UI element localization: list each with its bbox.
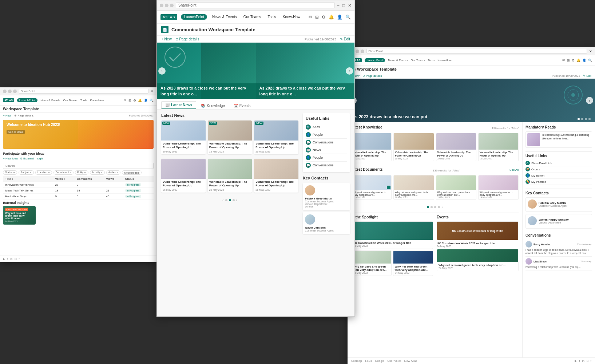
rw-nav-news[interactable]: News & Events xyxy=(388,59,408,62)
col-status[interactable]: Status xyxy=(123,176,154,182)
lw-search-icon[interactable]: 🔍 xyxy=(150,99,154,102)
lw-message-icon[interactable]: ✉ xyxy=(124,99,127,102)
rw-page-details-btn[interactable]: ⊙ Page details xyxy=(362,74,382,78)
message-icon[interactable]: ✉ xyxy=(309,15,312,20)
tab-events[interactable]: 📅 Events xyxy=(230,102,255,109)
pagination-prev[interactable]: ‹ xyxy=(222,198,223,202)
rw-know-card-3[interactable]: Vulnerable Leadership: The Power of Open… xyxy=(436,133,476,161)
filter-subject[interactable]: Subject ∨ xyxy=(19,170,34,175)
close-icon[interactable]: ✕ xyxy=(348,3,352,8)
footer-twitter-icon[interactable]: t xyxy=(7,257,8,261)
browser-url-bar[interactable]: SharePoint xyxy=(176,2,335,8)
pag-dot-2[interactable] xyxy=(229,199,231,201)
lw-nav-tools[interactable]: Tools xyxy=(80,99,87,102)
filter-activity[interactable]: Activity ∨ xyxy=(90,170,105,175)
rw-footer-tcs[interactable]: T&Cs xyxy=(365,359,372,363)
rw-pag-3[interactable] xyxy=(434,206,436,208)
col-votes[interactable]: Votes ↕ xyxy=(53,176,75,182)
rw-pag-1[interactable] xyxy=(427,206,429,208)
lw-apps-icon[interactable]: ⊞ xyxy=(128,99,131,102)
filter-location[interactable]: Location ∨ xyxy=(35,170,52,175)
lw-url-bar[interactable]: SharePoint xyxy=(19,89,148,94)
lw-new-btn[interactable]: + New xyxy=(3,114,11,117)
hero-prev-button[interactable]: ‹ xyxy=(158,67,166,75)
rw-dot-4[interactable] xyxy=(588,118,591,120)
rw-spotlight-card-1[interactable]: UK Construction Week 2021 or longer titl… xyxy=(351,221,433,249)
rw-event-card-2[interactable]: Why net zero and green tech very adoptio… xyxy=(437,249,519,271)
rw-settings-icon[interactable]: ⚙ xyxy=(572,59,575,62)
rw-spotlight-card-2[interactable]: Why net zero and green tech very adoptio… xyxy=(351,250,392,276)
footer-vimeo-icon[interactable]: ▶ xyxy=(3,257,5,261)
rw-facebook-icon[interactable]: f xyxy=(591,359,591,363)
filter-status[interactable]: Status ∨ xyxy=(3,170,17,175)
lw-close-icon[interactable]: ✕ xyxy=(151,90,154,93)
edit-button[interactable]: ✎ Edit xyxy=(340,37,350,41)
useful-link-atlas[interactable]: 🔍 Atlas xyxy=(306,123,347,131)
lw-external-insight-btn[interactable]: ⊙ External Insight xyxy=(20,157,43,160)
rw-profile-icon[interactable]: 👤 xyxy=(582,59,586,62)
news-card-6[interactable]: Vulnerable Leadership: The Power of Open… xyxy=(254,159,298,193)
news-card-1[interactable]: NEW Vulnerable Leadership: The Power of … xyxy=(161,120,206,154)
apps-icon[interactable]: ⊞ xyxy=(315,15,319,20)
rw-know-card-1[interactable]: Vulnerable Leadership: The Power of Open… xyxy=(351,133,392,161)
rw-footer-sitemap[interactable]: Sitemap xyxy=(351,359,362,363)
lw-page-details-btn[interactable]: ⊙ Page details xyxy=(14,114,33,117)
col-title[interactable]: Title ↕ xyxy=(3,176,53,182)
rw-doc-card-2[interactable]: Why net zero and green tech early adopti… xyxy=(393,175,434,200)
rw-close-icon[interactable]: ✕ xyxy=(589,50,592,53)
tab-latest-news[interactable]: 📰 Latest News xyxy=(161,101,196,109)
rw-hero-next[interactable]: › xyxy=(586,97,593,104)
news-card-5[interactable]: Vulnerable Leadership: The Power of Open… xyxy=(208,159,252,193)
rw-instagram-icon[interactable]: □ xyxy=(587,359,588,363)
rw-pag-4[interactable] xyxy=(438,206,440,208)
rw-vimeo-icon[interactable]: ▶ xyxy=(575,359,577,363)
rw-apps-icon[interactable]: ⊞ xyxy=(567,59,570,62)
filter-author[interactable]: Author ∨ xyxy=(106,170,121,175)
profile-icon[interactable]: 👤 xyxy=(337,15,342,20)
footer-instagram-icon[interactable]: □ xyxy=(15,257,16,261)
useful-link-conversations[interactable]: 💬 Conversations xyxy=(306,139,347,146)
rw-footer-uservoice[interactable]: User Voice xyxy=(387,359,401,363)
rw-docs-see-all[interactable]: See All xyxy=(509,168,519,171)
rw-linkedin-icon[interactable]: in xyxy=(582,359,584,363)
rw-link-sharepoint[interactable]: 🔗 SharePoint Link xyxy=(525,160,592,166)
lw-notif-icon[interactable]: 🔔 xyxy=(138,99,142,102)
notifications-icon[interactable]: 🔔 xyxy=(329,15,334,20)
rw-pag-next[interactable]: › xyxy=(441,205,443,209)
rw-notif-icon[interactable]: 🔔 xyxy=(576,59,580,62)
lw-settings-icon[interactable]: ⚙ xyxy=(133,99,136,102)
col-comments[interactable]: Comments xyxy=(75,176,104,182)
rw-pag-2[interactable] xyxy=(431,206,433,208)
rw-dot-1[interactable] xyxy=(578,118,580,120)
lw-nav-news[interactable]: News & Events xyxy=(40,99,60,102)
rw-dot-2[interactable] xyxy=(581,118,583,120)
minimize-icon[interactable]: − xyxy=(337,3,340,8)
rw-twitter-icon[interactable]: t xyxy=(579,359,580,363)
rw-spotlight-card-3[interactable]: Why net zero and green tech very adoptio… xyxy=(393,250,433,276)
rw-doc-card-1[interactable]: Why net zero and green tech early adopti… xyxy=(351,175,392,200)
footer-linkedin-icon[interactable]: in xyxy=(10,257,12,261)
rw-message-icon[interactable]: ✉ xyxy=(562,59,565,62)
rw-footer-newatlas[interactable]: New Atlas xyxy=(404,359,417,363)
rw-link-orders[interactable]: 📦 Orders xyxy=(525,166,592,173)
news-card-4[interactable]: Vulnerable Leadership: The Power of Open… xyxy=(161,159,206,193)
rw-link-my-button[interactable]: 👤 My Button xyxy=(525,173,592,179)
filter-department[interactable]: Department ∨ xyxy=(53,170,74,175)
page-details-button[interactable]: ⊙ Page details xyxy=(175,37,199,41)
lw-profile-icon[interactable]: 👤 xyxy=(144,99,148,102)
new-button[interactable]: + New xyxy=(161,37,172,41)
useful-link-people[interactable]: 👤 People xyxy=(306,131,347,139)
rw-know-card-2[interactable]: Vulnerable Leadership: The Power of Open… xyxy=(393,133,434,161)
lw-nav-launchpoint[interactable]: LaunchPoint xyxy=(17,98,37,102)
rw-search-icon[interactable]: 🔍 xyxy=(588,59,592,62)
rw-mandatory-card-1[interactable]: Telecommuting: 100 informing a start lon… xyxy=(525,131,592,148)
tab-knowledge[interactable]: 📚 Knowledge xyxy=(197,102,229,109)
nav-know-how[interactable]: Know-How xyxy=(281,14,302,20)
rw-event-card-1[interactable]: UK Construction Week 2021 or longer titl… xyxy=(437,221,519,240)
rw-nav-know[interactable]: Know-How xyxy=(437,59,452,62)
footer-facebook-icon[interactable]: f xyxy=(19,257,19,261)
lw-nav-teams[interactable]: Our Teams xyxy=(63,99,78,102)
lw-hero-button[interactable]: See all ideas xyxy=(7,130,25,134)
rw-doc-card-4[interactable]: Why net zero and green tech early adopti… xyxy=(478,175,519,200)
maximize-icon[interactable]: □ xyxy=(342,3,345,8)
